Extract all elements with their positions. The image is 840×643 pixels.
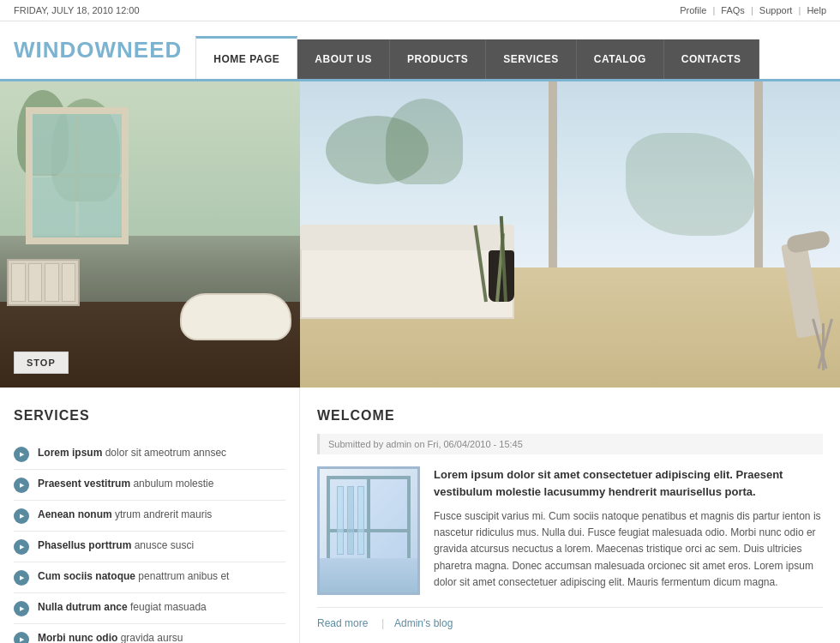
welcome-body: Fusce suscipit varius mi. Cum sociis nat… bbox=[434, 508, 823, 591]
window-graphic bbox=[317, 466, 420, 595]
help-link[interactable]: Help bbox=[807, 5, 826, 15]
nav-about[interactable]: ABOUT US bbox=[297, 39, 390, 79]
nav: HOME PAGE ABOUT US PRODUCTS SERVICES CAT… bbox=[195, 21, 840, 79]
list-item: Lorem ipsum dolor sit ameotrum annsec bbox=[14, 439, 285, 470]
sidebar: SERVICES Lorem ipsum dolor sit ameotrum … bbox=[0, 388, 300, 643]
nav-services[interactable]: SERVICES bbox=[486, 39, 576, 79]
header: WINDOWNEED HOME PAGE ABOUT US PRODUCTS S… bbox=[0, 21, 840, 79]
slider-left-panel: STOP bbox=[0, 81, 300, 388]
list-item: Nulla dutrum ance feugiat masuada bbox=[14, 593, 285, 624]
profile-link[interactable]: Profile bbox=[680, 5, 706, 15]
faqs-link[interactable]: FAQs bbox=[721, 5, 745, 15]
welcome-section: WELCOME Submitted by admin on Fri, 06/04… bbox=[300, 388, 840, 643]
logo: WINDOWNEED bbox=[0, 21, 195, 79]
welcome-heading: WELCOME bbox=[317, 408, 823, 424]
admin-blog-link[interactable]: Admin's blog bbox=[394, 617, 453, 629]
main-content: SERVICES Lorem ipsum dolor sit ameotrum … bbox=[0, 388, 840, 643]
submitted-info: Submitted by admin on Fri, 06/04/2010 - … bbox=[317, 434, 823, 454]
welcome-text: Lorem ipsum dolor sit amet consectetuer … bbox=[434, 466, 823, 595]
list-item: Phasellus porttrum anusce susci bbox=[14, 532, 285, 562]
nav-contacts[interactable]: CONTACTS bbox=[664, 39, 759, 79]
date-label: FRIDAY, JULY 18, 2010 12:00 bbox=[14, 5, 140, 15]
stop-button[interactable]: STOP bbox=[14, 352, 69, 374]
arrow-icon bbox=[14, 632, 29, 643]
services-list: Lorem ipsum dolor sit ameotrum annsec Pr… bbox=[14, 439, 285, 643]
arrow-icon bbox=[14, 508, 29, 524]
slider: STOP bbox=[0, 79, 840, 388]
window-image bbox=[317, 466, 420, 595]
slider-right-panel bbox=[300, 81, 840, 388]
logo-part2: NEED bbox=[117, 37, 182, 63]
list-item: Aenean nonum ytrum andrerit mauris bbox=[14, 501, 285, 532]
topbar-links: Profile | FAQs | Support | Help bbox=[676, 5, 826, 15]
read-more-link[interactable]: Read more bbox=[317, 617, 368, 629]
read-more-area: Read more | Admin's blog bbox=[317, 607, 823, 629]
arrow-icon bbox=[14, 539, 29, 555]
welcome-intro: Lorem ipsum dolor sit amet consectetuer … bbox=[434, 466, 823, 500]
nav-home[interactable]: HOME PAGE bbox=[195, 36, 297, 79]
list-item: Cum sociis natoque penattrum anibus et bbox=[14, 562, 285, 593]
topbar: FRIDAY, JULY 18, 2010 12:00 Profile | FA… bbox=[0, 0, 840, 21]
welcome-content: Lorem ipsum dolor sit amet consectetuer … bbox=[317, 466, 823, 595]
support-link[interactable]: Support bbox=[759, 5, 793, 15]
services-heading: SERVICES bbox=[14, 408, 285, 424]
arrow-icon bbox=[14, 601, 29, 616]
arrow-icon bbox=[14, 478, 29, 493]
arrow-icon bbox=[14, 570, 29, 586]
nav-catalog[interactable]: CATALOG bbox=[577, 39, 664, 79]
nav-products[interactable]: PRODUCTS bbox=[390, 39, 486, 79]
arrow-icon bbox=[14, 447, 29, 462]
list-item: Morbi nunc odio gravida aursu bbox=[14, 624, 285, 643]
list-item: Praesent vestitrum anbulum molestie bbox=[14, 470, 285, 501]
logo-part1: WINDOW bbox=[14, 37, 117, 63]
